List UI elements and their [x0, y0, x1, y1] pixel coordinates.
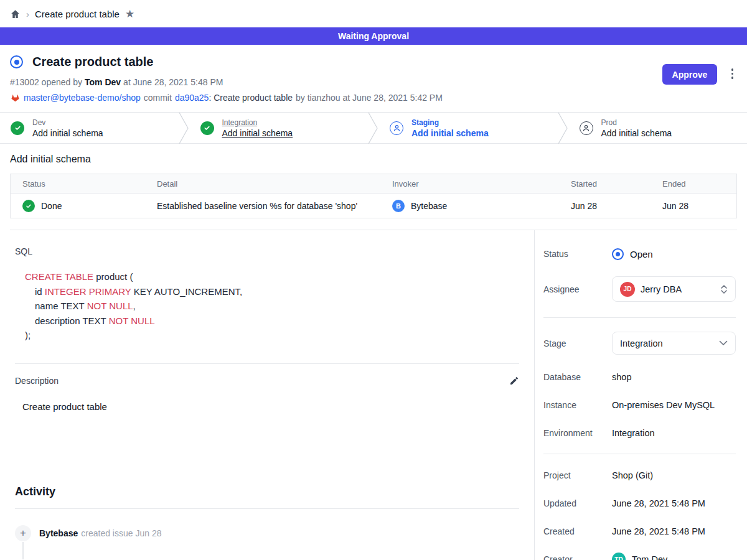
- commit-hash-link[interactable]: da90a25: [175, 93, 209, 103]
- pipeline-stages: Dev Add initial schema Integration Add i…: [0, 112, 747, 144]
- sql-keyword: INTEGER PRIMARY: [45, 286, 131, 297]
- commit-branch-link[interactable]: master@bytebase-demo/shop: [24, 93, 141, 103]
- timeline-connector: [22, 542, 24, 559]
- issue-author: Tom Dev: [85, 77, 121, 87]
- sql-text: description TEXT: [35, 315, 109, 326]
- activity-item: + Bytebase created issue Jun 28: [15, 525, 519, 541]
- project-value: Shop (Git): [612, 470, 653, 480]
- creator-avatar: TD: [612, 553, 626, 560]
- task-table-row[interactable]: Done Established baseline version %s for…: [11, 193, 736, 218]
- sql-code: CREATE TABLE product (id INTEGER PRIMARY…: [25, 269, 519, 343]
- sql-keyword: NOT NULL: [109, 315, 155, 326]
- more-options-icon[interactable]: [730, 67, 735, 80]
- breadcrumb: › Create product table ★: [0, 0, 747, 27]
- sql-text: product (: [93, 271, 133, 282]
- stage-separator-icon: [179, 113, 190, 144]
- gitlab-icon: [10, 93, 21, 103]
- col-started: Started: [559, 179, 651, 189]
- stage-select[interactable]: Integration: [612, 332, 736, 355]
- sql-text: id: [35, 286, 45, 297]
- task-started: Jun 28: [559, 201, 651, 211]
- main-panel: SQL CREATE TABLE product (id INTEGER PRI…: [0, 230, 534, 560]
- person-circle-icon: [580, 121, 593, 135]
- stage-env-name: Integration: [222, 118, 293, 127]
- sql-label: SQL: [15, 246, 519, 256]
- task-ended: Jun 28: [651, 201, 736, 211]
- description-label: Description: [15, 376, 59, 386]
- task-table: Status Detail Invoker Started Ended Done…: [10, 174, 737, 218]
- issue-header: Create product table #13002 opened by To…: [0, 45, 747, 112]
- home-icon[interactable]: [10, 9, 21, 19]
- updated-value: June 28, 2021 5:48 PM: [612, 498, 705, 508]
- project-label: Project: [543, 470, 612, 480]
- stage-integration[interactable]: Integration Add initial schema: [190, 113, 369, 143]
- sidebar-divider: [543, 317, 736, 318]
- sql-text: name TEXT: [35, 301, 87, 311]
- breadcrumb-page-title: Create product table: [35, 9, 120, 19]
- person-circle-icon: [390, 121, 403, 135]
- task-detail: Established baseline version %s for data…: [145, 201, 380, 211]
- activity-action: created issue Jun 28: [81, 528, 161, 538]
- updated-label: Updated: [543, 498, 612, 508]
- task-table-header: Status Detail Invoker Started Ended: [11, 174, 736, 193]
- plus-icon: +: [15, 525, 31, 541]
- task-section: Add initial schema Status Detail Invoker…: [0, 144, 747, 230]
- stage-separator-icon: [558, 113, 569, 144]
- activity-actor: Bytebase: [39, 528, 78, 538]
- stage-task-name: Add initial schema: [411, 128, 489, 138]
- assignee-label: Assignee: [543, 284, 612, 294]
- activity-title: Activity: [15, 485, 519, 498]
- sql-line: name TEXT NOT NULL,: [25, 299, 519, 314]
- stage-task-name: Add initial schema: [222, 128, 293, 138]
- issue-title: Create product table: [32, 55, 153, 69]
- commit-message: : Create product table: [209, 93, 293, 103]
- commit-author-time: by tianzhou at June 28, 2021 5:42 PM: [296, 93, 443, 103]
- environment-label: Environment: [543, 428, 612, 438]
- col-detail: Detail: [145, 179, 380, 189]
- edit-pencil-icon[interactable]: [509, 376, 519, 386]
- col-invoker: Invoker: [380, 179, 559, 189]
- waiting-approval-banner: Waiting Approval: [0, 27, 747, 45]
- created-value: June 28, 2021 5:48 PM: [612, 526, 705, 536]
- stage-task-name: Add initial schema: [32, 128, 103, 138]
- assignee-avatar: JD: [620, 282, 635, 297]
- banner-text: Waiting Approval: [338, 31, 409, 41]
- stage-value: Integration: [620, 338, 713, 348]
- environment-value: Integration: [612, 428, 655, 438]
- stage-prod[interactable]: Prod Add initial schema: [569, 113, 747, 143]
- sql-line: description TEXT NOT NULL: [25, 314, 519, 329]
- col-ended: Ended: [651, 179, 736, 189]
- instance-value: On-premises Dev MySQL: [612, 400, 715, 410]
- assignee-value: Jerry DBA: [641, 284, 715, 294]
- status-label: Status: [543, 249, 612, 259]
- sidebar-divider: [543, 454, 736, 454]
- bytebase-avatar: B: [392, 200, 405, 212]
- sql-line: id INTEGER PRIMARY KEY AUTO_INCREMENT,: [25, 284, 519, 299]
- stage-env-name: Prod: [601, 118, 672, 127]
- status-value: Open: [630, 249, 653, 259]
- assignee-select[interactable]: JD Jerry DBA: [612, 276, 736, 302]
- stage-env-name: Dev: [32, 118, 103, 127]
- instance-label: Instance: [543, 400, 612, 410]
- database-label: Database: [543, 372, 612, 382]
- stage-dev[interactable]: Dev Add initial schema: [0, 113, 179, 143]
- sql-text: KEY AUTO_INCREMENT,: [131, 286, 242, 297]
- creator-value: Tom Dev: [632, 554, 667, 560]
- stage-task-name: Add initial schema: [601, 128, 672, 138]
- stage-staging[interactable]: Staging Add initial schema: [379, 113, 558, 143]
- approve-button[interactable]: Approve: [662, 64, 717, 85]
- sql-line: );: [25, 328, 519, 343]
- check-circle-icon: [200, 121, 214, 135]
- sql-keyword: NOT NULL: [87, 301, 133, 311]
- col-status: Status: [11, 179, 145, 189]
- breadcrumb-separator-icon: ›: [26, 9, 29, 19]
- issue-meta: #13002 opened by Tom Dev at June 28, 202…: [10, 77, 737, 87]
- chevron-down-icon: [719, 340, 728, 346]
- favorite-star-icon[interactable]: ★: [125, 7, 134, 21]
- sql-text: ,: [133, 301, 136, 311]
- done-check-icon: [22, 200, 35, 212]
- stage-separator-icon: [368, 113, 379, 144]
- task-invoker: Bytebase: [411, 201, 447, 211]
- issue-id: #13002 opened by: [10, 77, 82, 87]
- issue-open-icon: [10, 55, 23, 68]
